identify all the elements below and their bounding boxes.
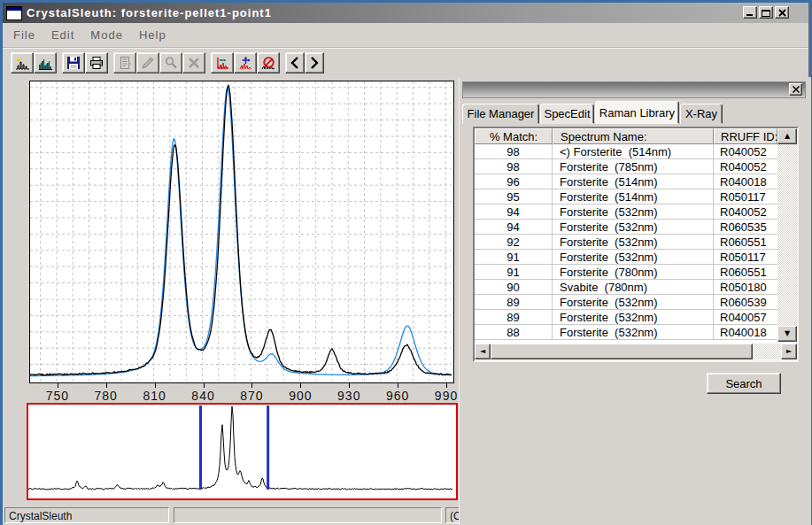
rruff-id-cell: R050117 [714,189,777,204]
menu-file[interactable]: File [8,27,41,43]
spectrum-chart [30,81,452,381]
full-spectrum-overview [28,406,452,490]
table-row[interactable]: 92Forsterite (532nm)R060551 [475,235,777,250]
panel-grip[interactable] [462,81,806,98]
menu-mode[interactable]: Mode [85,27,128,43]
edit-spectrum-icon [141,56,155,70]
scroll-left-button[interactable]: ◄ [475,344,491,359]
table-row[interactable]: 95Forsterite (514nm)R050117 [475,189,777,205]
table-row[interactable]: 98<) Forsterite (514nm)R040052 [475,144,777,159]
spectrum-name-cell: Forsterite (785nm) [553,159,714,174]
x-axis-tick [58,383,58,388]
delete-icon [187,56,201,70]
x-axis: 750780810840870900930960990 [29,383,459,405]
x-axis-label: 990 [435,389,458,403]
tab-xray[interactable]: X-Ray [680,104,723,124]
results-table: % Match: Spectrum Name: RRUFF ID: ▲ 98<)… [473,127,799,362]
panel-close-button[interactable] [789,83,802,96]
status-panel-right: (C [445,507,459,523]
vscroll-track[interactable] [777,144,797,326]
table-row[interactable]: 89Forsterite (532nm)R060539 [475,295,777,310]
match-cell: 88 [475,325,553,339]
library-reference-forsterite [30,88,452,375]
table-row[interactable]: 94Forsterite (532nm)R040052 [475,205,777,220]
save-icon [66,56,81,70]
rruff-id-cell: R040052 [714,159,777,174]
minimize-button[interactable] [743,6,757,19]
match-cell: 89 [475,310,553,324]
delete-button [182,52,205,73]
menu-bar: File Edit Mode Help [3,23,808,48]
table-row[interactable]: 98Forsterite (785nm)R040052 [475,159,777,174]
x-axis-label: 870 [240,389,263,403]
table-row[interactable]: 91Forsterite (532nm)R050117 [475,250,777,265]
search-button[interactable]: Search [707,373,781,394]
library-panel: File Manager SpecEdit Raman Library X-Ra… [459,77,811,525]
status-panel-middle [174,507,442,523]
menu-help[interactable]: Help [134,27,172,43]
tab-file-manager[interactable]: File Manager [462,104,539,124]
match-cell: 98 [475,159,553,174]
rruff-id-cell: R060551 [714,265,777,279]
scroll-right-button[interactable]: ► [781,344,797,359]
save-button[interactable] [62,52,85,73]
table-row[interactable]: 90Svabite (780nm)R050180 [475,280,777,295]
previous-icon [289,56,301,70]
x-axis-label: 930 [337,389,360,403]
spectrum-name-cell: Forsterite (514nm) [553,189,714,204]
column-header-match[interactable]: % Match: [475,128,553,144]
column-header-spectrum-name[interactable]: Spectrum Name: [553,128,714,144]
table-row[interactable]: 96Forsterite (514nm)R040018 [475,174,777,189]
close-icon [793,86,800,93]
rruff-id-cell: R060551 [714,235,777,249]
tab-specedit[interactable]: SpecEdit [540,104,594,124]
x-axis-tick [251,383,252,388]
previous-button[interactable] [285,52,305,73]
title-bar[interactable]: CrystalSleuth: forsterite-pellet1-point1 [3,3,808,23]
table-row[interactable]: 94Forsterite (532nm)R060535 [475,220,777,235]
rruff-id-cell: R040052 [714,144,777,158]
baseline-correct-icon [215,56,230,71]
rruff-id-cell: R040018 [714,325,777,339]
scroll-up-button[interactable]: ▲ [777,128,797,144]
overview-chart [28,405,452,495]
hscroll-thumb[interactable] [491,344,753,359]
baseline-correct-button[interactable] [211,52,234,73]
spectrum-pane: 750780810840870900930960990 CrystalSleut… [3,77,459,525]
table-row[interactable]: 91Forsterite (780nm)R060551 [475,265,777,280]
match-cell: 91 [475,265,553,279]
column-header-rruff-id[interactable]: RRUFF ID: [714,128,777,144]
screen: CrystalSleuth: forsterite-pellet1-point1… [0,0,812,525]
tab-raman-library[interactable]: Raman Library [595,101,679,124]
main-spectrum-plot[interactable] [29,81,454,383]
spectrum-name-cell: Forsterite (514nm) [553,174,714,189]
match-cell: 95 [475,189,553,204]
x-axis-label: 750 [46,389,69,403]
open-spectrum-icon [15,56,30,71]
table-row[interactable]: 89Forsterite (532nm)R040057 [475,310,777,325]
maximize-button[interactable] [759,6,773,19]
close-button[interactable] [775,6,789,19]
x-axis-tick [106,383,107,388]
scroll-down-button[interactable]: ▼ [777,326,797,342]
next-icon [308,56,321,70]
rruff-id-cell: R050117 [714,250,777,264]
x-axis-tick [204,383,205,388]
table-row[interactable]: 88Forsterite (532nm)R040018 [475,325,777,340]
match-cell: 90 [475,280,553,294]
overview-plot[interactable] [27,403,458,500]
hscroll-track[interactable] [753,344,781,359]
menu-edit[interactable]: Edit [46,27,80,43]
exclude-region-button[interactable] [257,52,280,73]
spectrum-name-cell: Forsterite (532nm) [553,325,714,339]
x-axis-label: 840 [191,389,214,403]
next-button[interactable] [305,52,324,73]
peak-pick-button[interactable] [234,52,257,73]
rruff-id-cell: R060535 [714,220,777,234]
rruff-id-cell: R040057 [714,310,777,324]
spectrum-name-cell: Forsterite (532nm) [553,310,714,324]
open-spectrum-button[interactable] [11,52,34,73]
exclude-region-icon [261,56,276,71]
print-button[interactable] [85,52,108,73]
spectra-overlay-button[interactable] [34,52,57,73]
